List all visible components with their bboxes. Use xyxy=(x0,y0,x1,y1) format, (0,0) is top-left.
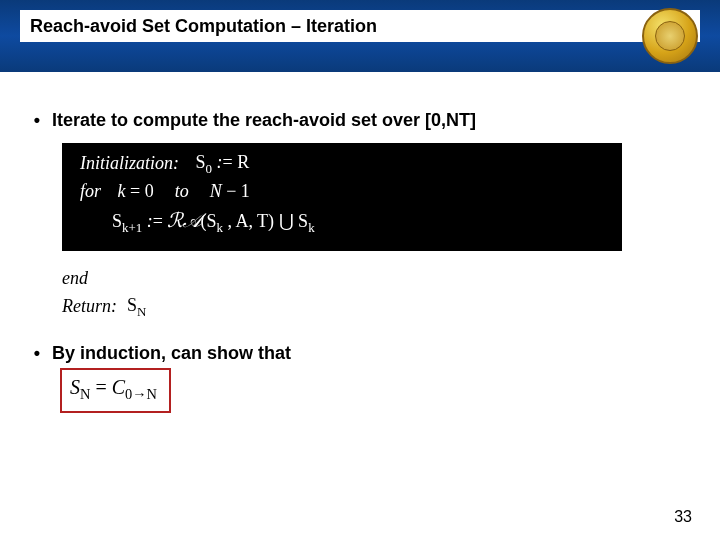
return-formula: SN xyxy=(127,292,146,321)
boxed-equation: SN = C0→N xyxy=(60,368,171,413)
slide-header: Reach-avoid Set Computation – Iteration xyxy=(0,0,720,72)
page-number: 33 xyxy=(674,508,692,526)
title-text: Reach-avoid Set Computation – Iteration xyxy=(30,16,377,37)
init-formula: S0 := R xyxy=(196,149,250,178)
for-to: N − 1 xyxy=(210,178,250,205)
algo-for-line: for k = 0 to N − 1 xyxy=(80,178,604,205)
bullet-induction: • By induction, can show that xyxy=(30,343,690,364)
bullet-dot-icon: • xyxy=(30,343,44,364)
bullet-dot-icon: • xyxy=(30,110,44,131)
algo-init-line: Initialization: S0 := R xyxy=(80,149,604,178)
to-label: to xyxy=(175,178,189,205)
boxed-formula: SN = C0→N xyxy=(70,376,157,398)
seal-inner xyxy=(655,21,685,51)
for-label: for xyxy=(80,178,101,205)
return-label: Return: xyxy=(62,293,117,320)
bullet-iterate-text: Iterate to compute the reach-avoid set o… xyxy=(52,110,476,131)
init-label: Initialization: xyxy=(80,150,179,177)
university-seal-icon xyxy=(642,8,698,64)
for-from: k = 0 xyxy=(118,178,154,205)
step-formula: Sk+1 := ℛ𝒜(Sk , A, T) ⋃ Sk xyxy=(112,205,315,237)
return-line: Return: SN xyxy=(62,292,690,321)
slide-body: • Iterate to compute the reach-avoid set… xyxy=(0,72,720,413)
page-title: Reach-avoid Set Computation – Iteration xyxy=(20,10,700,42)
algorithm-box: Initialization: S0 := R for k = 0 to N −… xyxy=(62,143,622,251)
end-label: end xyxy=(62,265,690,292)
bullet-iterate: • Iterate to compute the reach-avoid set… xyxy=(30,110,690,131)
bullet-induction-text: By induction, can show that xyxy=(52,343,291,364)
algo-end-return: end Return: SN xyxy=(62,265,690,321)
algo-step-line: Sk+1 := ℛ𝒜(Sk , A, T) ⋃ Sk xyxy=(80,205,604,237)
